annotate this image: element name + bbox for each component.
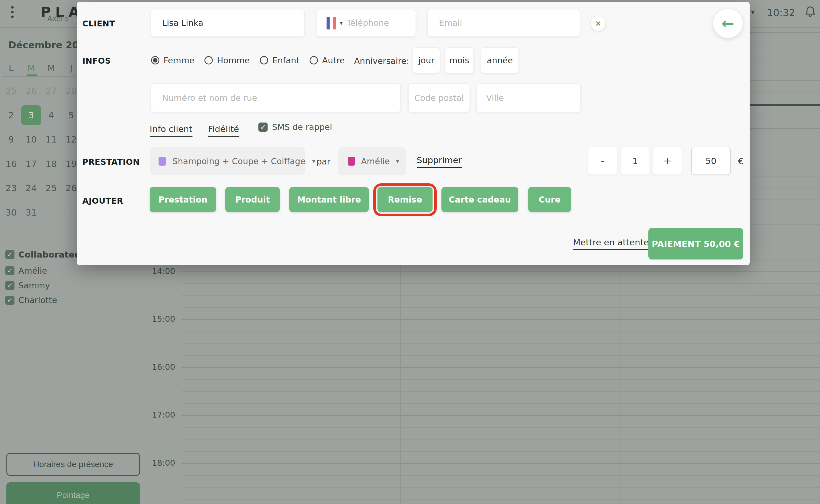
par-label: par <box>317 157 331 166</box>
grid-line <box>181 319 820 320</box>
quantity-minus-button[interactable]: - <box>588 147 618 175</box>
radio-femme[interactable]: Femme <box>151 55 194 66</box>
time-label: 15:00 <box>150 314 175 324</box>
grid-line <box>181 391 820 392</box>
grid-line <box>181 499 820 500</box>
client-name-input[interactable]: Lisa Linka <box>150 9 305 37</box>
add-carte-cadeau-button[interactable]: Carte cadeau <box>441 187 518 212</box>
add-montant-libre-button[interactable]: Montant libre <box>289 187 369 212</box>
radio-icon <box>310 56 318 64</box>
email-placeholder: Email <box>439 18 462 28</box>
sms-reminder-toggle[interactable]: ✓ SMS de rappel <box>259 122 332 132</box>
supprimer-link[interactable]: Supprimer <box>417 155 462 168</box>
time-label: 16:00 <box>150 362 175 372</box>
phone-placeholder: Téléphone <box>347 18 389 28</box>
grid-line <box>181 475 820 476</box>
city-placeholder: Ville <box>486 93 504 103</box>
street-placeholder: Numéro et nom de rue <box>162 93 257 103</box>
anniversaire-label: Anniversaire: <box>354 56 409 66</box>
price-input[interactable]: 50 <box>691 147 731 175</box>
time-label: 17:00 <box>150 410 175 420</box>
flag-dropdown-caret-icon[interactable]: ▾ <box>340 20 343 26</box>
radio-icon <box>260 56 268 64</box>
staff-name: Amélie <box>361 156 390 166</box>
currency-label: € <box>738 156 744 166</box>
zip-input[interactable]: Code postal <box>408 83 470 113</box>
radio-enfant[interactable]: Enfant <box>260 55 300 66</box>
time-label: 18:00 <box>150 458 175 468</box>
checkout-modal: CLIENT Lisa Linka ▾ Téléphone Email ✕ ← … <box>77 2 750 265</box>
add-cure-button[interactable]: Cure <box>528 187 571 212</box>
grid-line <box>181 415 820 416</box>
payment-button[interactable]: PAIEMENT 50,00 € <box>649 228 743 260</box>
grid-line <box>181 307 820 308</box>
client-name-value: Lisa Linka <box>162 18 203 28</box>
quantity-plus-button[interactable]: + <box>653 147 682 175</box>
birthday-day-input[interactable]: jour <box>413 47 440 74</box>
birthday-month-input[interactable]: mois <box>444 47 474 74</box>
chevron-down-icon: ▾ <box>396 157 399 165</box>
radio-homme[interactable]: Homme <box>204 55 250 66</box>
grid-line <box>181 439 820 440</box>
grid-line <box>181 463 820 464</box>
add-prestation-button[interactable]: Prestation <box>150 187 216 212</box>
city-input[interactable]: Ville <box>476 83 581 113</box>
infos-section-label: INFOS <box>82 56 111 66</box>
back-arrow-button[interactable]: ← <box>713 9 743 38</box>
ajouter-section-label: AJOUTER <box>82 196 123 206</box>
chevron-down-icon: ▾ <box>312 157 316 165</box>
email-input[interactable]: Email <box>427 9 580 37</box>
service-dropdown[interactable]: Shampoing + Coupe + Coiffage ▾ <box>150 147 305 175</box>
service-color-swatch <box>158 157 166 166</box>
radio-selected-icon <box>151 56 159 64</box>
fidelite-link[interactable]: Fidélité <box>208 124 239 137</box>
grid-line <box>181 367 820 368</box>
france-flag-icon <box>327 17 336 29</box>
info-client-link[interactable]: Info client <box>150 124 192 137</box>
birthday-year-input[interactable]: année <box>481 47 519 74</box>
grid-line <box>181 331 820 332</box>
client-section-label: CLIENT <box>82 19 115 28</box>
close-icon[interactable]: ✕ <box>591 16 605 31</box>
app-root: PLANITY Axel’s ▾ 10:32 Décembre 2024 LMM… <box>0 0 820 504</box>
grid-line <box>181 355 820 356</box>
grid-line <box>181 451 820 452</box>
grid-line <box>181 283 820 284</box>
service-name: Shampoing + Coupe + Coiffage <box>172 156 305 166</box>
zip-placeholder: Code postal <box>414 93 464 103</box>
checkbox-checked-icon[interactable]: ✓ <box>259 123 268 132</box>
radio-autre[interactable]: Autre <box>310 55 345 66</box>
grid-line <box>181 343 820 344</box>
hold-link[interactable]: Mettre en attente <box>573 237 649 250</box>
staff-dropdown[interactable]: Amélie ▾ <box>338 147 406 175</box>
phone-input[interactable]: ▾ Téléphone <box>316 9 416 37</box>
annotation-highlight-remise <box>373 183 437 216</box>
grid-line <box>181 403 820 404</box>
quantity-value: 1 <box>620 147 650 175</box>
time-label: 14:00 <box>150 266 175 276</box>
grid-line <box>181 295 820 296</box>
grid-line <box>181 271 820 272</box>
grid-line <box>181 379 820 380</box>
add-produit-button[interactable]: Produit <box>225 187 280 212</box>
grid-line <box>181 427 820 428</box>
sms-reminder-label: SMS de rappel <box>272 122 332 132</box>
staff-color-swatch <box>348 157 355 166</box>
grid-line <box>181 487 820 488</box>
street-input[interactable]: Numéro et nom de rue <box>150 83 401 113</box>
prestation-section-label: PRESTATION <box>82 157 140 167</box>
radio-icon <box>204 56 213 64</box>
